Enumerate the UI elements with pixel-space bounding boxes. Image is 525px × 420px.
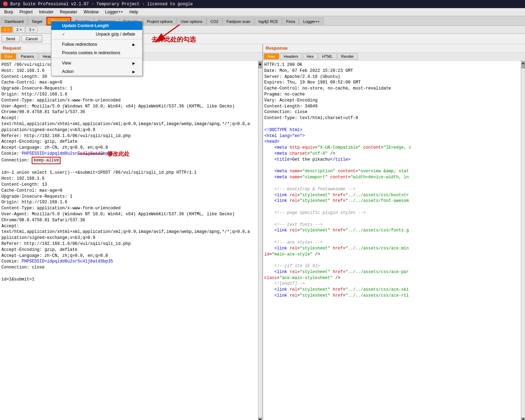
menu-burp[interactable]: Burp: [1, 9, 16, 15]
response-html-3: <head>: [264, 139, 520, 145]
response-blank-7: [264, 257, 520, 263]
response-tab-render[interactable]: Render: [337, 53, 358, 60]
request-tab-params[interactable]: Params: [17, 53, 38, 60]
menu-project[interactable]: Project: [17, 9, 35, 15]
response-tab-raw[interactable]: Raw: [264, 53, 279, 60]
dropdown-item-label: Update Content-Length: [62, 23, 109, 28]
tab-dashboard[interactable]: Dashboard: [1, 18, 27, 25]
response-scrollbar[interactable]: ▲ ▼: [521, 61, 525, 420]
tab-co2[interactable]: CO2: [207, 18, 223, 25]
request-line-27: text/html,application/xhtml+xml,applicat…: [1, 229, 257, 235]
response-html-6: <title>Get the pikachu</title>: [264, 157, 520, 163]
response-html-17: id="main-ace-style" />: [264, 252, 520, 258]
arrow-right-icon: ▶: [132, 43, 135, 47]
dropdown-menu: Update Content-Length ✓ Unpack gzip / de…: [51, 21, 143, 76]
tab-user-options[interactable]: User options: [177, 18, 206, 25]
request-line-17: id=-1 union select 1,user()--+&submit=1P…: [1, 170, 257, 176]
response-tab-html[interactable]: HTML: [318, 53, 337, 60]
dropdown-item-follow-redirections[interactable]: Follow redirections ▶: [51, 40, 142, 49]
send-button[interactable]: Send: [1, 35, 20, 42]
sub-tab-1[interactable]: 1 ×: [1, 26, 13, 33]
response-header-cache: Cache-Control: no-store, no-cache, must-…: [264, 86, 520, 92]
dropdown-item-view[interactable]: View ▶: [51, 59, 142, 67]
response-html-19: <link rel="stylesheet" href="../../asset…: [264, 269, 520, 275]
arrow-right-icon-2: ▶: [132, 61, 135, 65]
response-html-15: <!-- ace styles -->: [264, 240, 520, 246]
response-blank-5: [264, 216, 520, 222]
dropdown-item-label: Unpack gzip / deflate: [96, 32, 135, 37]
request-line-connection: Connection: keep-alive: [1, 157, 257, 164]
tab-target[interactable]: Target: [28, 18, 46, 25]
dropdown-item-label: View: [62, 61, 71, 66]
response-header-content-type: Content-Type: text/html;charset=utf-8: [264, 115, 520, 121]
main-area: Request Raw Params Headers Hex POST /06/…: [0, 44, 525, 420]
request-tab-raw[interactable]: Raw: [1, 53, 16, 60]
request-content[interactable]: POST /06/vul/sqli/sqli_id.php HTTP/1.1 H…: [0, 61, 258, 420]
dropdown-overlay: Update Content-Length ✓ Unpack gzip / de…: [51, 21, 143, 76]
request-line-34: id=1&submit=1: [1, 277, 257, 283]
response-scrollbar-down[interactable]: ▼: [521, 418, 525, 420]
request-line-9: Chrome/98.0.4758.81 Safari/537.36: [1, 109, 257, 115]
tab-fastjson[interactable]: Fastjson scan: [223, 18, 254, 25]
request-line-7: Content-Type: application/x-www-form-url…: [1, 98, 257, 104]
sub-tab-2[interactable]: 2 ×: [13, 26, 25, 33]
request-scrollbar[interactable]: ▲ ▼: [258, 61, 262, 420]
dropdown-item-label: Process cookies in redirections: [62, 50, 120, 55]
title-bar: 🔴 Burp Suite Professional v2.1.07 - Temp…: [0, 0, 525, 8]
menu-logger[interactable]: Logger++: [102, 9, 126, 15]
response-header-date: Date: Mon, 07 Feb 2022 15:20:23 GMT: [264, 68, 520, 74]
response-panel-tabs: Raw Headers Hex HTML Render: [263, 52, 525, 61]
response-scrollbar-up[interactable]: ▲: [521, 61, 525, 68]
sub-tab-3[interactable]: 3 ×: [26, 26, 38, 33]
menu-window[interactable]: Window: [81, 9, 101, 15]
menu-bar: Burp Project Intruder Repeater Window Lo…: [0, 8, 525, 16]
response-html-20: class="ace-main-stylesheet" />: [264, 275, 520, 281]
request-line-11: text/html,application/xhtml+xml,applicat…: [1, 121, 257, 127]
menu-help[interactable]: Help: [127, 9, 141, 15]
response-html-22: <link rel="stylesheet" href="../../asset…: [264, 287, 520, 293]
cancel-button[interactable]: Cancel: [21, 35, 42, 42]
tab-fiora[interactable]: Fiora: [282, 18, 299, 25]
menu-repeater[interactable]: Repeater: [57, 9, 80, 15]
separator-2: [51, 58, 142, 58]
request-line-33: Connection: close: [1, 265, 257, 271]
dropdown-item-process-cookies[interactable]: Process cookies in redirections: [51, 49, 142, 57]
response-panel-wrapper: HTTP/1.1 200 OK Date: Mon, 07 Feb 2022 1…: [263, 61, 525, 420]
response-html-4: <meta http-equiv="X-UA-Compatible" conte…: [264, 145, 520, 151]
request-line-19: Content-Length: 13: [1, 182, 257, 188]
response-html-1: <!DOCTYPE html>: [264, 127, 520, 133]
request-panel-wrapper: POST /06/vul/sqli/sqli_id.php HTTP/1.1 H…: [0, 61, 262, 420]
connection-value-highlight: keep-alive: [32, 157, 61, 164]
menu-intruder[interactable]: Intruder: [36, 9, 56, 15]
response-html-5: <meta charset="utf-8" />: [264, 151, 520, 157]
request-line-8: User-Agent: Mozilla/5.0 (Windows NT 10.0…: [1, 104, 257, 110]
request-line-5: Upgrade-Insecure-Requests: 1: [1, 86, 257, 92]
response-blank: [264, 121, 520, 127]
request-line-20: Cache-Control: max-age=0: [1, 188, 257, 194]
response-html-11: <link rel="stylesheet" href="../../asset…: [264, 198, 520, 204]
response-tab-hex[interactable]: Hex: [303, 53, 318, 60]
request-line-30: Accept-Encoding: gzip, deflate: [1, 247, 257, 253]
request-line-14: Accept-Encoding: gzip, deflate: [1, 139, 257, 145]
response-blank-2: [264, 163, 520, 169]
dropdown-item-label: Action: [62, 69, 74, 74]
dropdown-item-action[interactable]: Action ▶: [51, 67, 142, 76]
title-bar-icon: 🔴: [3, 1, 8, 7]
request-line-26: Accept:: [1, 223, 257, 229]
request-line-16: Cookie: PHPSESSID=idpqldd8u2sr5c4lj8atd3…: [1, 151, 257, 157]
tab-logger-plus[interactable]: Logger++: [299, 18, 324, 25]
tab-project-options[interactable]: Project options: [143, 18, 176, 25]
response-content[interactable]: HTTP/1.1 200 OK Date: Mon, 07 Feb 2022 1…: [263, 61, 521, 420]
response-blank-4: [264, 204, 520, 210]
dropdown-item-update-content-length[interactable]: Update Content-Length: [51, 21, 142, 30]
response-html-23: <link rel="stylesheet" href="../../asset…: [264, 293, 520, 299]
dropdown-item-unpack-gzip[interactable]: ✓ Unpack gzip / deflate: [51, 30, 142, 38]
response-blank-6: [264, 234, 520, 240]
response-tab-headers[interactable]: Headers: [280, 53, 302, 60]
request-line-29: Referer: http://192.168.1.6/06/vul/sqli/…: [1, 241, 257, 247]
tab-log4j2[interactable]: log4j2 RCE: [255, 18, 282, 25]
scrollbar-thumb-down[interactable]: ▼: [258, 418, 262, 420]
request-line-12: pplication/signed-exchange;v=b3;q=0.9: [1, 127, 257, 133]
dropdown-item-label: Follow redirections: [62, 42, 97, 47]
scrollbar-thumb-up[interactable]: ▲: [258, 61, 262, 68]
